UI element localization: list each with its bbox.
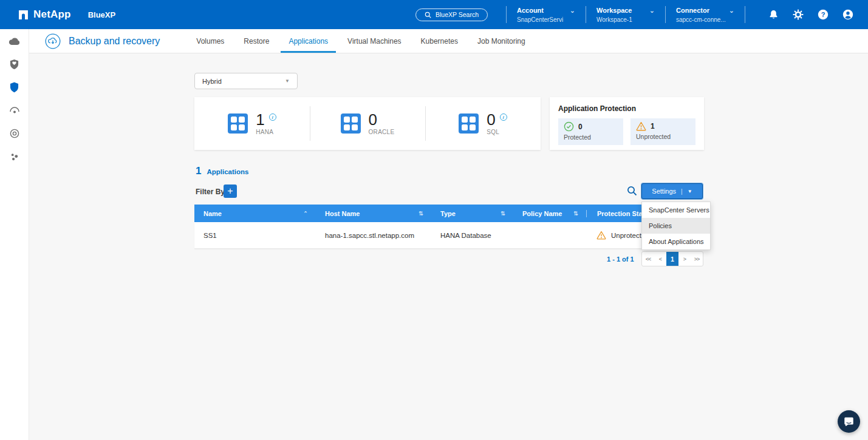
service-tabs: Volumes Restore Applications Virtual Mac… (186, 29, 535, 53)
workspace-value: Workspace-1 (596, 16, 655, 23)
tab-job-monitoring[interactable]: Job Monitoring (468, 29, 535, 53)
sort-both-icon[interactable]: ⇅ (419, 210, 423, 217)
settings-button-label: Settings (652, 188, 676, 195)
tab-restore[interactable]: Restore (234, 29, 279, 53)
sort-asc-icon[interactable]: ⌃ (303, 210, 308, 217)
column-header-host-name[interactable]: Host Name ⇅ (316, 210, 431, 217)
protected-label: Protected (564, 134, 618, 141)
tab-volumes[interactable]: Volumes (186, 29, 234, 53)
divider (665, 6, 666, 23)
unprotected-box: 1 Unprotected (630, 118, 695, 145)
netapp-logo[interactable]: NetApp (18, 8, 71, 21)
application-protection-card: Application Protection 0 Protected 1 Unp… (550, 97, 704, 150)
nav-storage-cloud-icon[interactable] (0, 30, 29, 53)
column-header-policy-name[interactable]: Policy Name ⇅ (513, 210, 586, 217)
nav-restore-disc-icon[interactable] (0, 99, 29, 122)
left-nav-sidebar (0, 29, 29, 440)
workspace-menu[interactable]: Workspace ⌄ Workspace-1 (596, 7, 655, 23)
oracle-count: 0 (369, 112, 377, 127)
protected-box: 0 Protected (558, 118, 623, 145)
account-menu[interactable]: Account ⌄ SnapCenterServi (517, 7, 575, 23)
plus-icon: + (227, 186, 233, 196)
menu-item-policies[interactable]: Policies (642, 218, 710, 234)
settings-button[interactable]: Settings | ▼ (641, 183, 703, 199)
add-filter-button[interactable]: + (224, 184, 237, 198)
tab-applications[interactable]: Applications (279, 29, 338, 53)
user-account-icon[interactable] (842, 9, 853, 20)
menu-item-about-applications[interactable]: About Applications (642, 234, 710, 249)
tab-label: Restore (244, 37, 269, 46)
settings-gear-icon[interactable] (793, 9, 804, 20)
applications-table: Name ⌃ Host Name ⇅ Type ⇅ Policy Name ⇅ … (194, 205, 705, 249)
backup-recovery-icon (45, 33, 61, 49)
unprotected-label: Unprotected (636, 133, 690, 140)
tab-label: Volumes (196, 37, 224, 46)
pagination-first-button[interactable]: << (642, 251, 654, 266)
warning-triangle-icon (596, 231, 606, 240)
divider (745, 6, 745, 23)
chat-support-button[interactable] (838, 410, 860, 433)
bluexp-search[interactable]: BlueXP Search (415, 8, 488, 21)
top-bar-right: BlueXP Search Account ⌄ SnapCenterServi … (415, 6, 868, 23)
column-label: Type (440, 210, 456, 217)
tab-label: Kubernetes (421, 37, 458, 46)
cell-name: SS1 (194, 232, 316, 239)
connector-label: Connector (676, 7, 709, 14)
tab-virtual-machines[interactable]: Virtual Machines (338, 29, 411, 53)
column-header-name[interactable]: Name ⌃ (194, 210, 316, 217)
scope-select-value: Hybrid (202, 78, 222, 85)
hana-count: 1 (256, 112, 264, 127)
scope-select-dropdown[interactable]: Hybrid ▼ (194, 73, 298, 89)
tab-label: Applications (289, 37, 328, 46)
connector-menu[interactable]: Connector ⌄ sapcc-cm-conne... (676, 7, 734, 23)
brand-name: NetApp (33, 8, 71, 21)
pagination-prev-button[interactable]: < (654, 251, 666, 266)
column-label: Host Name (325, 210, 360, 217)
chat-bubble-icon (843, 416, 855, 427)
unprotected-count: 1 (651, 122, 655, 130)
chevron-down-icon: ⌄ (570, 8, 575, 12)
nav-protection-shield-icon-active[interactable] (0, 76, 29, 99)
column-header-type[interactable]: Type ⇅ (431, 210, 513, 217)
nav-health-shield-icon[interactable] (0, 53, 29, 76)
table-header-row: Name ⌃ Host Name ⇅ Type ⇅ Policy Name ⇅ … (194, 205, 705, 222)
pagination-page-1[interactable]: 1 (666, 251, 678, 266)
search-icon (425, 12, 431, 18)
caret-down-icon: ▼ (688, 189, 692, 194)
service-header: Backup and recovery Volumes Restore Appl… (29, 29, 868, 53)
help-icon[interactable]: ? (818, 9, 829, 20)
svg-text:?: ? (821, 11, 825, 18)
protection-card-title: Application Protection (558, 104, 695, 113)
tab-kubernetes[interactable]: Kubernetes (411, 29, 468, 53)
pagination-controls: << < 1 > >> (641, 251, 703, 266)
settings-dropdown-menu: SnapCenter Servers Policies About Applic… (641, 201, 711, 250)
table-search-icon[interactable] (627, 186, 637, 196)
sort-both-icon[interactable]: ⇅ (501, 210, 505, 217)
protected-count: 0 (578, 123, 583, 131)
sql-label: SQL (487, 129, 507, 135)
pagination-last-button[interactable]: >> (691, 251, 703, 266)
table-row[interactable]: SS1 hana-1.sapcc.stl.netapp.com HANA Dat… (194, 222, 705, 249)
oracle-label: ORACLE (369, 129, 395, 135)
warning-triangle-icon (636, 121, 646, 131)
apps-grid-icon (459, 113, 479, 134)
cell-host-name: hana-1.sapcc.stl.netapp.com (316, 232, 431, 239)
notifications-bell-icon[interactable] (768, 9, 779, 20)
nav-extensions-dots-icon[interactable] (0, 145, 29, 168)
info-icon[interactable]: i (500, 113, 507, 121)
product-name: BlueXP (88, 10, 116, 19)
sort-both-icon[interactable]: ⇅ (573, 210, 578, 217)
divider (506, 6, 507, 23)
workspace-label: Workspace (596, 7, 632, 14)
top-bar: NetApp BlueXP BlueXP Search Account ⌄ Sn… (0, 0, 868, 29)
column-label: Policy Name (522, 210, 562, 217)
divider (586, 6, 586, 23)
account-label: Account (517, 7, 544, 14)
sql-count: 0 (487, 112, 495, 127)
info-icon[interactable]: i (269, 113, 276, 121)
menu-item-snapcenter-servers[interactable]: SnapCenter Servers (642, 202, 710, 218)
applications-count: 1 Applications (196, 165, 248, 177)
nav-observability-target-icon[interactable] (0, 122, 29, 145)
hana-label: HANA (256, 129, 276, 135)
pagination-next-button[interactable]: > (678, 251, 691, 266)
